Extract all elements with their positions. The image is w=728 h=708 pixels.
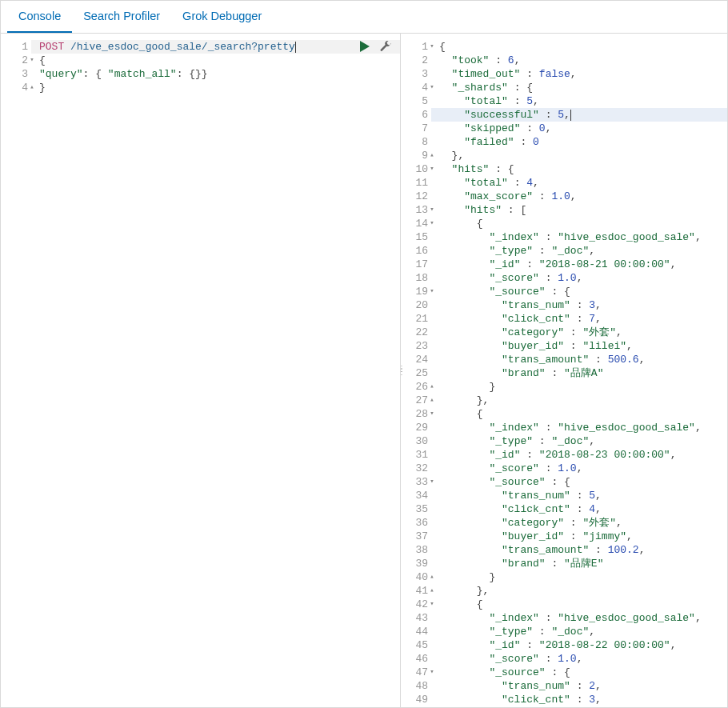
code-line[interactable]: { (439, 407, 727, 421)
response-code[interactable]: { "took" : 6, "timed_out" : false, "_sha… (431, 34, 727, 707)
gutter-line: 33▾ (401, 475, 431, 489)
code-line[interactable]: "_id" : "2018-08-23 00:00:00", (439, 448, 727, 462)
gutter-line: 32 (401, 462, 431, 475)
response-editor[interactable]: 1▾234▾56789▴10▾111213▾14▾1516171819▾2021… (401, 34, 727, 707)
gutter-line: 21 (401, 312, 431, 326)
run-icon[interactable] (358, 40, 371, 53)
code-line[interactable]: "buyer_id" : "lilei", (439, 339, 727, 353)
code-line[interactable]: "max_score" : 1.0, (439, 190, 727, 203)
code-line[interactable]: }, (439, 149, 727, 162)
gutter-line: 23 (401, 339, 431, 353)
code-line[interactable]: "trans_amount" : 100.2, (439, 543, 727, 557)
code-line[interactable]: POST /hive_esdoc_good_sale/_search?prett… (39, 40, 400, 54)
gutter-line: 39 (401, 557, 431, 570)
code-line[interactable]: "skipped" : 0, (439, 122, 727, 135)
code-line[interactable]: "_id" : "2018-08-21 00:00:00", (439, 258, 727, 271)
code-line[interactable]: "_type" : "_doc", (439, 625, 727, 638)
code-line[interactable]: "_id" : "2018-08-22 00:00:00", (439, 638, 727, 652)
code-line[interactable]: "_type" : "_doc", (439, 434, 727, 448)
gutter-line: 48 (401, 679, 431, 693)
code-line[interactable]: "_score" : 1.0, (439, 652, 727, 666)
response-gutter: 1▾234▾56789▴10▾111213▾14▾1516171819▾2021… (401, 34, 431, 707)
code-line[interactable]: "brand" : "品牌A" (439, 366, 727, 380)
request-gutter: 12▾34▴ (1, 34, 31, 707)
gutter-line: 29 (401, 421, 431, 434)
code-line[interactable]: "_type" : "_doc", (439, 244, 727, 258)
code-line[interactable]: "total" : 4, (439, 176, 727, 190)
code-line[interactable]: "_source" : { (439, 285, 727, 298)
gutter-line: 15 (401, 230, 431, 244)
gutter-line: 14▾ (401, 217, 431, 230)
gutter-line: 45 (401, 638, 431, 652)
tab-console[interactable]: Console (7, 1, 72, 33)
gutter-line: 26▴ (401, 380, 431, 394)
gutter-line: 30 (401, 434, 431, 448)
code-line[interactable]: "trans_num" : 5, (439, 489, 727, 502)
code-line[interactable]: }, (439, 584, 727, 598)
code-line[interactable]: "buyer_id" : "jimmy", (439, 530, 727, 543)
request-editor[interactable]: 12▾34▴ POST /hive_esdoc_good_sale/_searc… (1, 34, 400, 707)
gutter-line: 37 (401, 530, 431, 543)
code-line[interactable]: "click_cnt" : 7, (439, 312, 727, 326)
code-line[interactable]: { (439, 217, 727, 230)
code-line[interactable]: "_score" : 1.0, (439, 462, 727, 475)
request-pane: 12▾34▴ POST /hive_esdoc_good_sale/_searc… (1, 34, 401, 707)
code-line[interactable]: "failed" : 0 (439, 135, 727, 149)
gutter-line: 5 (401, 94, 431, 108)
code-line[interactable]: } (39, 81, 400, 94)
code-line[interactable]: { (39, 54, 400, 67)
gutter-line: 2▾ (1, 54, 31, 67)
code-line[interactable]: "took" : 6, (439, 54, 727, 67)
code-line[interactable]: { (439, 598, 727, 611)
gutter-line: 49 (401, 693, 431, 706)
tab-grok-debugger[interactable]: Grok Debugger (171, 1, 273, 33)
code-line[interactable]: "click_cnt" : 3, (439, 693, 727, 706)
gutter-line: 12 (401, 190, 431, 203)
code-line[interactable]: "category" : "外套", (439, 326, 727, 339)
code-line[interactable]: "trans_num" : 2, (439, 679, 727, 693)
gutter-line: 43 (401, 611, 431, 625)
gutter-line: 22 (401, 326, 431, 339)
tab-search-profiler[interactable]: Search Profiler (72, 1, 171, 33)
gutter-line: 18 (401, 271, 431, 285)
gutter-line: 6 (401, 108, 431, 122)
gutter-line: 1 (1, 40, 31, 54)
code-line[interactable]: "_source" : { (439, 475, 727, 489)
code-line[interactable]: "_shards" : { (439, 81, 727, 94)
code-line[interactable]: "_index" : "hive_esdoc_good_sale", (439, 421, 727, 434)
code-line[interactable]: "click_cnt" : 4, (439, 502, 727, 516)
code-line[interactable]: "brand" : "品牌E" (439, 557, 727, 570)
gutter-line: 13▾ (401, 203, 431, 217)
gutter-line: 11 (401, 176, 431, 190)
code-line[interactable]: }, (439, 394, 727, 407)
code-line[interactable]: "hits" : [ (439, 203, 727, 217)
code-line[interactable]: "_index" : "hive_esdoc_good_sale", (439, 611, 727, 625)
code-line[interactable]: { (439, 40, 727, 54)
gutter-line: 16 (401, 244, 431, 258)
code-line[interactable]: "total" : 5, (439, 94, 727, 108)
code-line[interactable]: } (439, 570, 727, 584)
gutter-line: 46 (401, 652, 431, 666)
gutter-line: 24 (401, 353, 431, 366)
gutter-line: 40▴ (401, 570, 431, 584)
request-code[interactable]: POST /hive_esdoc_good_sale/_search?prett… (31, 34, 400, 707)
code-line[interactable]: "query": { "match_all": {}} (39, 67, 400, 81)
code-line[interactable]: "timed_out" : false, (439, 67, 727, 81)
code-line[interactable]: "hits" : { (439, 162, 727, 176)
code-line[interactable]: "_score" : 1.0, (439, 271, 727, 285)
gutter-line: 7 (401, 122, 431, 135)
code-line[interactable]: "successful" : 5, (439, 108, 727, 122)
code-line[interactable]: "_index" : "hive_esdoc_good_sale", (439, 230, 727, 244)
gutter-line: 4▾ (401, 81, 431, 94)
code-line[interactable]: "_source" : { (439, 666, 727, 679)
gutter-line: 42▾ (401, 598, 431, 611)
wrench-icon[interactable] (379, 40, 392, 53)
code-line[interactable]: "category" : "外套", (439, 516, 727, 530)
gutter-line: 3 (401, 67, 431, 81)
code-line[interactable]: } (439, 380, 727, 394)
pane-splitter[interactable]: ⋮⋮ (400, 34, 402, 707)
gutter-line: 31 (401, 448, 431, 462)
code-line[interactable]: "trans_amount" : 500.6, (439, 353, 727, 366)
code-line[interactable]: "trans_num" : 3, (439, 298, 727, 312)
gutter-line: 20 (401, 298, 431, 312)
